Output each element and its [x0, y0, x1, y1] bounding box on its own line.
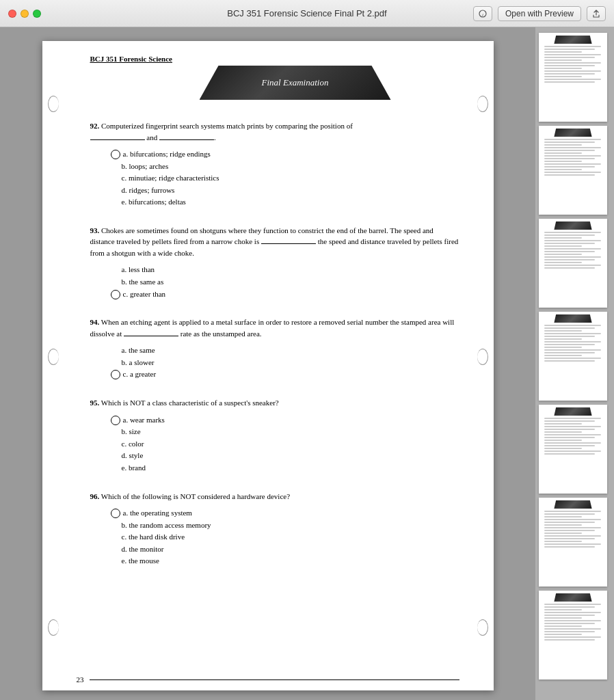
answer-circle-c	[111, 370, 120, 379]
answer-item: b. loops; arches	[111, 161, 459, 173]
answer-item: c. color	[111, 438, 459, 450]
answer-item: c. a greater	[111, 368, 459, 381]
answer-item: b. the same as	[111, 276, 459, 288]
question-text-95: 95. Which is NOT a class characteristic …	[90, 397, 459, 409]
answers-94: a. the same b. a slower c. a greater	[111, 345, 459, 381]
thumbnail-sidebar[interactable]	[535, 27, 614, 700]
answer-item: d. style	[111, 450, 459, 462]
corner-decoration	[477, 349, 488, 365]
question-text-92: 92. Computerized fingerprint search syst…	[90, 120, 459, 143]
minimize-button[interactable]	[21, 10, 29, 18]
thumbnail-2[interactable]	[539, 126, 607, 215]
answers-92: a. bifurcations; ridge endings b. loops;…	[111, 148, 459, 208]
answer-item: c. greater than	[111, 288, 459, 301]
banner-text: Final Examination	[262, 77, 329, 88]
answer-item: a. wear marks	[111, 414, 459, 427]
question-95: 95. Which is NOT a class characteristic …	[90, 397, 459, 474]
answer-circle-c	[111, 290, 120, 299]
answer-circle-a	[111, 150, 120, 159]
window-title: BCJ 351 Forensic Science Final Pt 2.pdf	[227, 8, 386, 18]
answers-95: a. wear marks b. size c. color d. style	[111, 414, 459, 474]
answer-item: b. the random access memory	[111, 520, 459, 532]
open-with-preview-button[interactable]: Open with Preview	[498, 6, 581, 21]
answer-circle-a	[111, 416, 120, 425]
thumbnail-7[interactable]	[539, 591, 607, 679]
share-button[interactable]	[587, 6, 606, 21]
answer-item: d. ridges; furrows	[111, 185, 459, 197]
answer-item: d. the monitor	[111, 543, 459, 556]
answer-item: b. size	[111, 426, 459, 438]
svg-text:i: i	[482, 12, 483, 17]
window-controls	[8, 10, 41, 18]
question-text-96: 96. Which of the following is NOT consid…	[90, 491, 459, 502]
thumbnail-5[interactable]	[539, 405, 607, 494]
maximize-button[interactable]	[33, 10, 41, 18]
pdf-banner: Final Examination	[200, 66, 391, 100]
question-text-94: 94. When an etching agent is applied to …	[90, 317, 459, 339]
course-title: BCJ 351 Forensic Science	[90, 55, 172, 63]
titlebar: BCJ 351 Forensic Science Final Pt 2.pdf …	[0, 0, 614, 27]
answers-96: a. the operating system b. the random ac…	[111, 507, 459, 567]
answer-item: c. minutiae; ridge characteristics	[111, 172, 459, 185]
question-93: 93. Chokes are sometimes found on shotgu…	[90, 225, 459, 300]
corner-decoration	[48, 96, 59, 112]
corner-decoration	[48, 349, 59, 365]
corner-decoration	[477, 619, 488, 636]
question-text-93: 93. Chokes are sometimes found on shotgu…	[90, 225, 459, 259]
question-96: 96. Which of the following is NOT consid…	[90, 491, 459, 567]
info-button[interactable]: i	[473, 6, 492, 21]
pdf-viewer[interactable]: BCJ 351 Forensic Science Final Examinati…	[0, 27, 535, 700]
answer-item: e. bifurcations; deltas	[111, 196, 459, 208]
answer-item: a. less than	[111, 264, 459, 276]
answer-circle-a	[111, 509, 120, 518]
main-content: BCJ 351 Forensic Science Final Examinati…	[0, 27, 614, 700]
question-94: 94. When an etching agent is applied to …	[90, 317, 459, 381]
page-number: 23	[77, 675, 84, 684]
answer-item: a. bifurcations; ridge endings	[111, 148, 459, 161]
answer-item: b. a slower	[111, 357, 459, 369]
thumbnail-6[interactable]	[539, 498, 607, 587]
pdf-questions: 92. Computerized fingerprint search syst…	[90, 120, 459, 567]
thumbnail-1[interactable]	[539, 33, 607, 122]
pdf-header: BCJ 351 Forensic Science	[90, 55, 459, 63]
pdf-page: BCJ 351 Forensic Science Final Examinati…	[42, 41, 494, 690]
answer-item: a. the operating system	[111, 507, 459, 520]
corner-decoration	[48, 619, 59, 636]
thumbnail-4[interactable]	[539, 312, 607, 401]
answer-item: c. the hard disk drive	[111, 531, 459, 543]
page-number-area: 23	[77, 675, 459, 684]
close-button[interactable]	[8, 10, 16, 18]
page-number-line	[90, 679, 459, 680]
question-92: 92. Computerized fingerprint search syst…	[90, 120, 459, 208]
answers-93: a. less than b. the same as c. greater t…	[111, 264, 459, 300]
thumbnail-3[interactable]	[539, 219, 607, 308]
titlebar-actions: i Open with Preview	[473, 6, 606, 21]
answer-item: e. brand	[111, 462, 459, 474]
corner-decoration	[477, 96, 488, 112]
answer-item: e. the mouse	[111, 555, 459, 567]
answer-item: a. the same	[111, 345, 459, 357]
